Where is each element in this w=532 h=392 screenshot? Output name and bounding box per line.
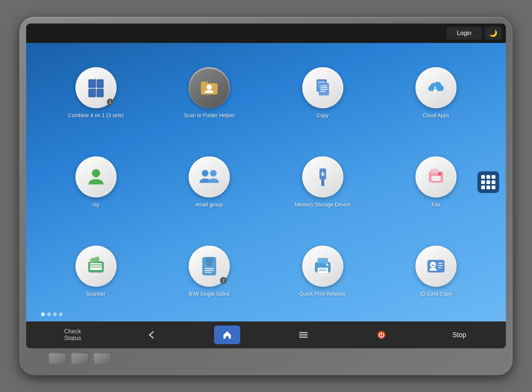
home-icon: [222, 330, 232, 340]
device-frame: Login 🌙 1: [19, 17, 513, 375]
stop-button[interactable]: Stop: [445, 326, 474, 344]
book-icon: [85, 77, 107, 99]
app-circle-copy: [302, 67, 343, 108]
svg-point-45: [326, 264, 328, 266]
app-bw-single[interactable]: 2 B\W Single Sided: [172, 246, 247, 297]
app-label-ray: ray: [92, 201, 99, 208]
badge-bw: 2: [220, 277, 227, 284]
svg-point-27: [438, 172, 441, 175]
page-dot-1[interactable]: [41, 312, 45, 316]
app-combine[interactable]: 1 Combine 4 on 1 (3 sets): [59, 67, 133, 119]
app-copy[interactable]: Copy: [285, 67, 360, 119]
app-circle-scan-folder: [189, 67, 230, 108]
app-circle-quick-print: [302, 246, 343, 287]
app-circle-bw: 2: [189, 246, 230, 287]
id-card-icon: ID: [425, 255, 447, 277]
login-button[interactable]: Login: [446, 27, 482, 40]
app-email-group[interactable]: email group: [172, 156, 247, 208]
folder-person-icon: [198, 77, 220, 99]
copy-doc-icon: [312, 77, 334, 99]
app-label-cloud: Cloud Apps: [423, 112, 449, 119]
app-ray[interactable]: ray: [59, 156, 133, 208]
svg-point-18: [210, 170, 217, 177]
person-icon: [85, 166, 107, 188]
app-label-scan-folder: Scan to Folder Helper: [184, 112, 235, 119]
svg-rect-2: [89, 89, 95, 97]
svg-rect-1: [97, 80, 103, 88]
app-id-card[interactable]: ID ID Card Copy: [399, 246, 473, 297]
app-circle-combine: 1: [75, 67, 117, 108]
app-cloud[interactable]: Cloud Apps: [399, 67, 473, 119]
badge-combine: 1: [107, 99, 114, 105]
app-circle-ray: [75, 156, 117, 197]
back-button[interactable]: [136, 326, 166, 344]
page-dot-2[interactable]: [47, 312, 51, 316]
app-label-copy: Copy: [316, 112, 329, 119]
book2-icon: [198, 255, 220, 277]
apps-grid: 1 Combine 4 on 1 (3 sets) Scan to Folder…: [41, 50, 491, 314]
cloud-icon: [425, 77, 447, 99]
page-indicator: [41, 312, 63, 316]
app-label-combine: Combine 4 on 1 (3 sets): [68, 112, 124, 119]
app-label-quick-print: Quick Print Release: [300, 290, 346, 297]
svg-rect-33: [90, 263, 102, 270]
app-label-bw: B\W Single Sided: [189, 290, 230, 297]
svg-point-17: [202, 170, 208, 177]
svg-point-16: [92, 169, 100, 177]
home-button[interactable]: [214, 326, 240, 344]
menu-button[interactable]: [288, 326, 318, 344]
device-bottom-ports: [26, 352, 506, 364]
svg-point-5: [207, 84, 212, 90]
app-circle-cloud: [415, 67, 457, 108]
main-area: 1 Combine 4 on 1 (3 sets) Scan to Folder…: [26, 43, 506, 321]
back-icon: [146, 330, 156, 340]
app-memory-storage[interactable]: Memory Storage Device: [285, 156, 360, 208]
svg-rect-3: [97, 89, 103, 97]
usb-icon: [312, 166, 334, 188]
app-circle-email-group: [189, 156, 230, 197]
svg-rect-42: [318, 268, 328, 273]
grid-icon: [481, 175, 495, 189]
svg-text:ID: ID: [432, 264, 434, 267]
app-label-memory: Memory Storage Device: [295, 201, 351, 208]
print-icon: [312, 255, 334, 277]
app-fax[interactable]: Fax: [399, 156, 473, 208]
page-dot-3[interactable]: [53, 312, 57, 316]
app-circle-fax: [415, 156, 457, 197]
app-circle-memory: [302, 156, 343, 197]
fax-icon: [425, 166, 447, 188]
svg-rect-41: [318, 258, 328, 263]
usb-slot-1: [49, 352, 66, 364]
check-status-button[interactable]: Check Status: [58, 326, 88, 344]
power-button[interactable]: [366, 326, 396, 344]
app-quick-print[interactable]: Quick Print Release: [285, 246, 360, 297]
screen: Login 🌙 1: [26, 24, 506, 348]
app-label-scanner: Scanner: [86, 290, 106, 297]
app-label-id-card: ID Card Copy: [420, 290, 452, 297]
scanner-icon: [85, 255, 107, 277]
svg-rect-20: [321, 179, 324, 186]
svg-rect-0: [89, 80, 95, 88]
usb-slot-3: [93, 352, 111, 364]
app-label-email-group: email group: [196, 201, 223, 208]
people-icon: [198, 166, 220, 188]
grid-view-button[interactable]: [477, 171, 499, 193]
top-bar: Login 🌙: [26, 24, 506, 43]
sleep-mode-button[interactable]: 🌙: [485, 27, 501, 40]
page-dot-4[interactable]: [59, 312, 63, 316]
usb-slot-2: [71, 352, 89, 364]
svg-rect-25: [431, 169, 438, 173]
power-icon: [376, 330, 387, 340]
bottom-bar: Check Status: [26, 321, 506, 348]
menu-icon: [298, 330, 309, 340]
app-scan-folder[interactable]: Scan to Folder Helper: [172, 67, 247, 119]
app-scanner[interactable]: Scanner: [59, 246, 133, 297]
app-circle-scanner: [75, 246, 117, 287]
moon-icon: 🌙: [489, 29, 497, 37]
app-label-fax: Fax: [432, 201, 440, 208]
app-circle-id-card: ID: [415, 246, 457, 287]
svg-point-21: [321, 172, 325, 176]
